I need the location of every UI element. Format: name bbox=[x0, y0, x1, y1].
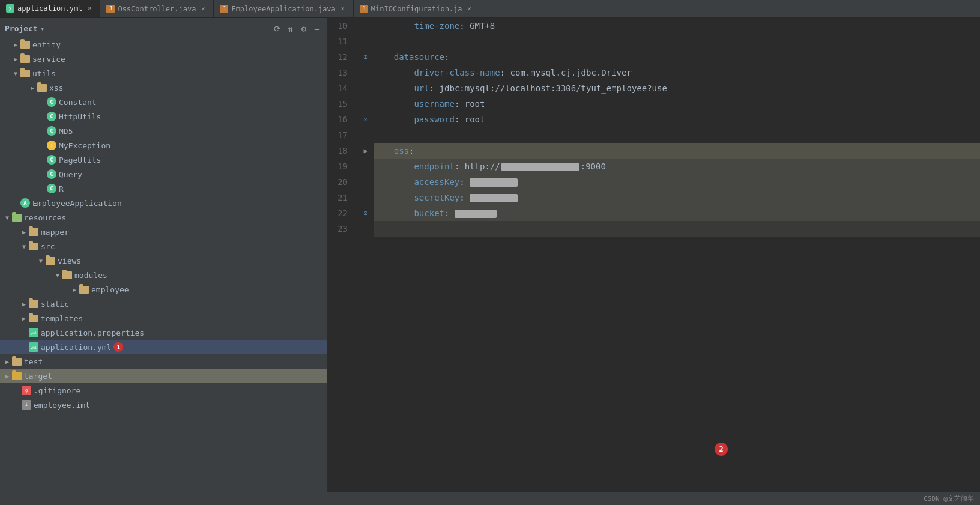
editor-panel: 10 11 12 13 14 15 16 17 18 19 20 21 22 2… bbox=[327, 18, 980, 492]
tree-label-gitignore: .gitignore bbox=[34, 386, 80, 395]
tab-label: OssController.java bbox=[118, 5, 196, 13]
tree-item-r[interactable]: C R bbox=[0, 181, 327, 196]
tree-item-md5[interactable]: C MD5 bbox=[0, 124, 327, 138]
minimize-icon[interactable]: — bbox=[312, 24, 322, 34]
project-label: Project bbox=[5, 24, 38, 33]
folder-icon-service bbox=[20, 55, 30, 63]
java-icon: J bbox=[360, 5, 368, 13]
tree-item-static[interactable]: ▶ static bbox=[0, 297, 327, 311]
tab-label: MinIOConfiguration.ja bbox=[371, 5, 462, 13]
tree-item-appprops[interactable]: yml application.properties bbox=[0, 325, 327, 340]
tree-label-constant: Constant bbox=[59, 98, 97, 107]
tab-close-minio[interactable]: × bbox=[465, 5, 474, 13]
tree-item-constant[interactable]: C Constant bbox=[0, 95, 327, 109]
tree-item-httputils[interactable]: C HttpUtils bbox=[0, 109, 327, 124]
editor-content[interactable]: 10 11 12 13 14 15 16 17 18 19 20 21 22 2… bbox=[327, 18, 980, 492]
yml-file-icon: yml bbox=[29, 342, 38, 352]
class-icon-r: C bbox=[47, 184, 56, 193]
folder-icon-target bbox=[12, 372, 22, 380]
tab-minio[interactable]: J MinIOConfiguration.ja × bbox=[354, 0, 480, 17]
gutter-18[interactable]: ▶ bbox=[360, 143, 371, 159]
tab-close-oss[interactable]: × bbox=[199, 5, 207, 13]
tree-label-entity: entity bbox=[32, 40, 61, 49]
tab-oss-controller[interactable]: J OssController.java × bbox=[100, 0, 214, 17]
gutter-14 bbox=[360, 80, 371, 96]
code-line-20: accessKey: bbox=[374, 174, 980, 190]
editor-error-badge: 2 bbox=[715, 443, 728, 456]
gutter-15 bbox=[360, 96, 371, 112]
collapse-icon[interactable]: ⇅ bbox=[286, 24, 295, 34]
tree-item-modules[interactable]: ▼ modules bbox=[0, 268, 327, 282]
tree-item-gitignore[interactable]: g .gitignore bbox=[0, 383, 327, 398]
tree-item-query[interactable]: C Query bbox=[0, 167, 327, 181]
tab-close-yml[interactable]: × bbox=[85, 4, 94, 13]
tree-item-utils[interactable]: ▼ utils bbox=[0, 66, 327, 80]
tab-application-yml[interactable]: y application.yml × bbox=[0, 0, 100, 17]
tab-employee-app[interactable]: J EmployeeApplication.java × bbox=[214, 0, 353, 17]
tab-label: EmployeeApplication.java bbox=[231, 5, 335, 13]
project-header: Project ▾ ⟳ ⇅ ⚙ — bbox=[0, 20, 327, 37]
tree-item-myexception[interactable]: ⚡ MyException bbox=[0, 138, 327, 153]
tree-label-r: R bbox=[59, 184, 64, 193]
folder-icon-templates bbox=[29, 315, 38, 322]
tree-label-target: target bbox=[24, 372, 52, 381]
folder-icon-src bbox=[29, 243, 38, 250]
class-icon-myexception: ⚡ bbox=[47, 141, 56, 150]
tree-item-views[interactable]: ▼ views bbox=[0, 253, 327, 268]
line-num-12: 12 bbox=[327, 49, 352, 65]
code-area[interactable]: time-zone: GMT+8 datasource: driver-clas… bbox=[371, 18, 980, 492]
gutter-13 bbox=[360, 65, 371, 80]
java-icon: J bbox=[106, 5, 115, 13]
tree-item-service[interactable]: ▶ service bbox=[0, 52, 327, 66]
tree-item-appyml[interactable]: yml application.yml 1 bbox=[0, 340, 327, 354]
folder-icon-employee bbox=[79, 286, 89, 294]
settings-icon[interactable]: ⚙ bbox=[299, 24, 309, 34]
arrow-mapper: ▶ bbox=[19, 227, 29, 237]
gutter-22[interactable]: ⊙ bbox=[360, 205, 371, 221]
gutter-23 bbox=[360, 221, 371, 237]
tree-label-appyml: application.yml bbox=[41, 343, 111, 352]
tree-item-employeeiml[interactable]: i employee.iml bbox=[0, 398, 327, 412]
project-header-icons: ⟳ ⇅ ⚙ — bbox=[273, 24, 322, 34]
tree-item-xss[interactable]: ▶ xss bbox=[0, 80, 327, 95]
project-arrow: ▾ bbox=[40, 24, 45, 33]
tree-item-entity[interactable]: ▶ entity bbox=[0, 37, 327, 52]
arrow-views: ▼ bbox=[36, 256, 46, 265]
refresh-icon[interactable]: ⟳ bbox=[273, 24, 282, 34]
folder-icon-test bbox=[12, 358, 22, 366]
folder-icon-views bbox=[46, 257, 55, 265]
tree-item-pageutils[interactable]: C PageUtils bbox=[0, 153, 327, 167]
gutter-11 bbox=[360, 34, 371, 49]
code-line-14: url: jdbc:mysql://localhost:3306/tyut_em… bbox=[374, 80, 980, 96]
code-line-13: driver-class-name: com.mysql.cj.jdbc.Dri… bbox=[374, 65, 980, 80]
gutter-16[interactable]: ⊙ bbox=[360, 112, 371, 127]
line-num-20: 20 bbox=[327, 174, 352, 190]
tab-bar: y application.yml × J OssController.java… bbox=[0, 0, 980, 18]
line-num-18: 18 bbox=[327, 143, 352, 159]
folder-icon-resources bbox=[12, 214, 22, 222]
line-numbers: 10 11 12 13 14 15 16 17 18 19 20 21 22 2… bbox=[327, 18, 360, 492]
tree-label-views: views bbox=[58, 256, 81, 265]
gutter-19 bbox=[360, 159, 371, 174]
tree-label-appprops: application.properties bbox=[41, 328, 144, 337]
tree-label-service: service bbox=[32, 55, 65, 64]
arrow-src: ▼ bbox=[19, 241, 29, 251]
tree-item-empapp[interactable]: A EmployeeApplication bbox=[0, 196, 327, 210]
tab-close-emp[interactable]: × bbox=[339, 5, 347, 13]
gutter-12[interactable]: ⊙ bbox=[360, 49, 371, 65]
tree-item-test[interactable]: ▶ test bbox=[0, 354, 327, 369]
code-line-18: oss: bbox=[374, 143, 980, 159]
tree-item-employee[interactable]: ▶ employee bbox=[0, 282, 327, 297]
tree-item-target[interactable]: ▶ target bbox=[0, 369, 327, 383]
code-line-19: endpoint: http://:9000 bbox=[374, 159, 980, 174]
code-line-22: bucket: bbox=[374, 205, 980, 221]
tree-item-mapper[interactable]: ▶ mapper bbox=[0, 225, 327, 239]
tree-item-src[interactable]: ▼ src bbox=[0, 239, 327, 253]
tree-item-resources[interactable]: ▼ resources bbox=[0, 210, 327, 225]
yml-icon: y bbox=[6, 4, 14, 13]
tree-item-templates[interactable]: ▶ templates bbox=[0, 311, 327, 325]
tree-label-query: Query bbox=[59, 170, 82, 179]
tree-label-static: static bbox=[41, 300, 69, 309]
arrow-target: ▶ bbox=[2, 371, 12, 381]
tree-label-pageutils: PageUtils bbox=[59, 156, 101, 165]
